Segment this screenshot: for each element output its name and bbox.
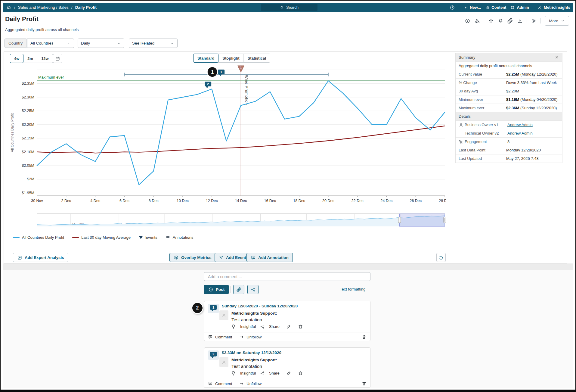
navigator-handle[interactable] xyxy=(398,217,401,223)
add-event-button[interactable]: Add Event xyxy=(215,253,250,262)
screenshot-frame: / Sales and Marketing / Sales / Daily Pr… xyxy=(0,0,576,392)
pencil-edit-icon[interactable] xyxy=(286,371,291,376)
annotation-title[interactable]: $2.33M on Saturday 12/12/2020 xyxy=(222,350,281,355)
annotation-footer: Comment Unfollow xyxy=(204,332,370,341)
share-button[interactable]: Share xyxy=(269,324,280,329)
page-subtitle: Aggregated daily profit across all chann… xyxy=(5,27,79,32)
avatar xyxy=(219,310,228,320)
legend-item-annotations[interactable]: Annotations xyxy=(166,235,194,240)
navigator-selection[interactable] xyxy=(400,214,445,226)
overlay-metrics-button[interactable]: Overlay Metrics xyxy=(169,253,216,262)
navigator-chart[interactable]: May '20Jun '20Jul '20Aug '20Sep '20Oct '… xyxy=(7,213,446,229)
share-button[interactable]: Share xyxy=(269,371,280,375)
history-icon[interactable] xyxy=(450,5,455,10)
add-annotation-button[interactable]: Add Annotation xyxy=(246,253,293,262)
annotation-text: Test annotation xyxy=(231,364,262,369)
legend-item-moving-average[interactable]: Last 30 day Moving Average xyxy=(72,235,131,240)
breadcrumb-separator: / xyxy=(71,5,73,10)
summary-value: Down 3.33% from Last Week xyxy=(506,80,557,85)
content-menu[interactable]: Content xyxy=(485,5,506,10)
technical-owner-link[interactable]: Andrew Admin xyxy=(507,131,533,135)
sitemap-icon[interactable] xyxy=(474,18,480,24)
trash-icon[interactable] xyxy=(298,324,303,329)
check-circle-icon xyxy=(208,287,213,292)
search-input[interactable]: Search xyxy=(261,4,317,11)
more-button[interactable]: More xyxy=(545,16,569,26)
see-related-select[interactable]: See Related xyxy=(129,39,178,48)
annotation-text: Test annotation xyxy=(231,317,262,322)
download-icon[interactable] xyxy=(517,18,523,24)
favorite-star-icon[interactable] xyxy=(488,18,494,24)
details-row: Technical Owner v2 Andrew Admin xyxy=(456,129,562,138)
info-icon[interactable] xyxy=(465,18,470,24)
more-label: More xyxy=(549,19,558,23)
attachment-paperclip-icon[interactable] xyxy=(507,18,513,24)
svg-text:$1.95M: $1.95M xyxy=(22,191,34,195)
admin-menu[interactable]: Admin xyxy=(510,5,529,10)
trash-icon[interactable] xyxy=(362,334,367,339)
main-chart[interactable]: $1.95M$2M$2.05M$2.10M$2.15M$2.20M$2.25M$… xyxy=(7,61,446,205)
close-icon[interactable] xyxy=(555,55,559,60)
svg-text:2 Dec: 2 Dec xyxy=(61,199,71,203)
range-4w-button[interactable]: 4w xyxy=(10,54,23,63)
svg-text:1: 1 xyxy=(240,66,242,70)
frequency-select[interactable]: Daily xyxy=(78,39,124,48)
summary-row: % Change Down 3.33% from Last Week xyxy=(456,79,562,87)
business-owner-link[interactable]: Andrew Admin xyxy=(507,123,533,127)
share-icon[interactable] xyxy=(260,371,265,376)
annotation-card: 1 Sunday 12/06/2020 - Sunday 12/20/2020 … xyxy=(204,301,370,341)
person-icon xyxy=(221,360,226,365)
share-icon[interactable] xyxy=(260,324,265,329)
legend-item-events[interactable]: Events xyxy=(139,235,157,240)
notifications-bell-icon[interactable] xyxy=(498,18,503,24)
comment-input[interactable] xyxy=(204,272,370,281)
insightful-button[interactable]: Insightful xyxy=(240,324,256,329)
svg-text:$2.20M: $2.20M xyxy=(22,123,34,127)
lightbulb-icon[interactable] xyxy=(231,371,236,376)
country-filter-select[interactable]: All Countries xyxy=(27,39,74,48)
svg-text:2: 2 xyxy=(207,82,209,86)
chart-annotation-badge[interactable]: 1 xyxy=(218,70,225,76)
new-menu[interactable]: New... xyxy=(463,5,481,10)
svg-text:30 Nov: 30 Nov xyxy=(31,199,43,203)
share-comment-button[interactable] xyxy=(247,285,259,294)
svg-text:14 Dec: 14 Dec xyxy=(235,199,247,203)
annotation-author: MetricInsights Support: xyxy=(231,311,277,316)
view-standard-button[interactable]: Standard xyxy=(193,54,218,63)
comment-button[interactable]: Comment xyxy=(215,335,232,339)
legend-item-daily-profit[interactable]: All Countries Daily Profit xyxy=(13,235,64,240)
add-expert-analysis-button[interactable]: Add Expert Analysis xyxy=(13,253,68,262)
breadcrumb-section[interactable]: Sales and Marketing / Sales xyxy=(18,5,69,10)
breadcrumb-separator: / xyxy=(14,5,15,10)
see-related-value: See Related xyxy=(132,41,154,45)
svg-text:12 Dec: 12 Dec xyxy=(206,199,218,203)
text-formatting-link[interactable]: Text formatting xyxy=(340,287,365,291)
post-button[interactable]: Post xyxy=(204,285,229,294)
annotation-title[interactable]: Sunday 12/06/2020 - Sunday 12/20/2020 xyxy=(222,304,298,308)
navigator-handle[interactable] xyxy=(444,217,446,223)
attach-file-button[interactable] xyxy=(233,285,244,294)
user-menu[interactable]: MetricInsights xyxy=(537,5,570,10)
home-icon[interactable] xyxy=(6,5,11,10)
summary-header-label: Summary xyxy=(459,55,475,60)
page-title: Daily Profit xyxy=(5,15,39,23)
trash-icon[interactable] xyxy=(298,371,303,376)
person-icon xyxy=(459,123,463,127)
comment-button[interactable]: Comment xyxy=(215,381,232,386)
annotation-card: 2 $2.33M on Saturday 12/12/2020 MetricIn… xyxy=(204,347,370,388)
maximum-ever-label: Maximum ever xyxy=(38,75,64,79)
reset-zoom-button[interactable] xyxy=(436,253,446,262)
unfollow-button[interactable]: Unfollow xyxy=(246,335,262,339)
lightbulb-icon[interactable] xyxy=(231,324,236,329)
insightful-button[interactable]: Insightful xyxy=(240,371,256,375)
pencil-edit-icon[interactable] xyxy=(286,324,291,329)
trash-icon[interactable] xyxy=(362,381,367,386)
svg-text:26 Dec: 26 Dec xyxy=(410,199,422,203)
page-header-actions: More xyxy=(465,16,569,25)
unfollow-button[interactable]: Unfollow xyxy=(246,381,262,386)
search-icon xyxy=(280,5,284,10)
chart-annotation-badge[interactable]: 2 xyxy=(205,82,211,88)
svg-text:28 Dec: 28 Dec xyxy=(439,199,446,203)
settings-gear-icon[interactable] xyxy=(531,18,537,24)
svg-text:22 Dec: 22 Dec xyxy=(351,199,364,203)
